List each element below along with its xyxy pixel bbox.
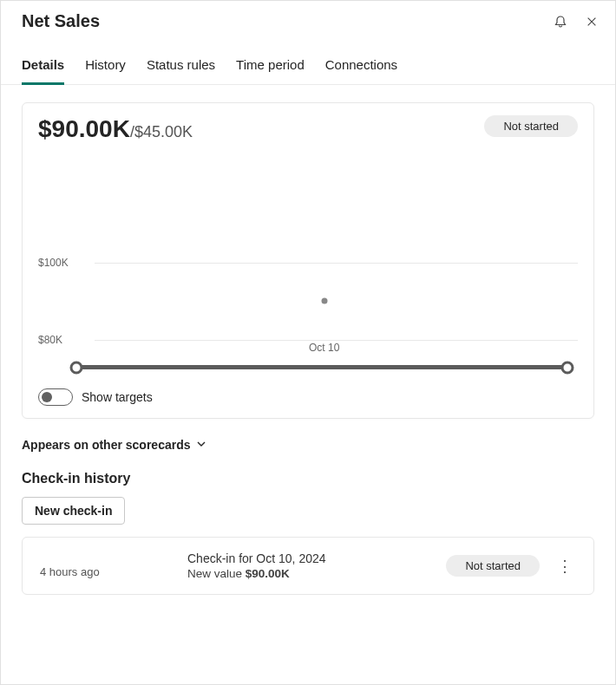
checkin-relative-time: 4 hours ago — [40, 553, 187, 578]
tab-time-period[interactable]: Time period — [236, 49, 305, 85]
panel-header: Net Sales — [1, 1, 615, 31]
tab-connections[interactable]: Connections — [325, 49, 397, 85]
checkin-status-badge: Not started — [446, 555, 540, 577]
other-scorecards-label: Appears on other scorecards — [22, 438, 191, 452]
y-tick-label: $80K — [38, 334, 86, 346]
slider-bar — [76, 365, 567, 369]
slider-handle-left[interactable] — [70, 361, 83, 374]
checkin-card: 4 hours ago Check-in for Oct 10, 2024 Ne… — [22, 537, 594, 595]
toggle-knob — [42, 392, 52, 402]
tab-bar: Details History Status rules Time period… — [1, 49, 615, 85]
data-point — [321, 298, 327, 304]
value-row: $90.00K / $45.00K Not started — [38, 115, 578, 143]
show-targets-label: Show targets — [82, 390, 153, 404]
notification-icon[interactable] — [553, 14, 568, 29]
checkin-main: Check-in for Oct 10, 2024 New value $90.… — [187, 551, 446, 580]
primary-value: $90.00K — [38, 115, 130, 143]
tab-details[interactable]: Details — [22, 49, 64, 85]
x-tick-label: Oct 10 — [309, 342, 339, 354]
more-icon[interactable]: ⋮ — [554, 557, 576, 576]
page-title: Net Sales — [22, 11, 100, 31]
other-scorecards-toggle[interactable]: Appears on other scorecards — [22, 438, 594, 452]
checkin-new-value: $90.00K — [246, 567, 290, 580]
slider-handle-right[interactable] — [561, 361, 574, 374]
checkin-new-value-label: New value — [187, 567, 242, 580]
checkin-title: Check-in for Oct 10, 2024 — [187, 551, 446, 565]
gridline — [95, 340, 578, 341]
panel-body: $90.00K / $45.00K Not started $100K $80K… — [1, 85, 615, 612]
gridline — [95, 263, 578, 264]
chevron-down-icon — [196, 438, 206, 452]
y-tick-label: $100K — [38, 257, 86, 269]
close-icon[interactable] — [584, 14, 600, 29]
header-actions — [553, 14, 600, 29]
tab-status-rules[interactable]: Status rules — [147, 49, 215, 85]
target-value: $45.00K — [134, 123, 193, 141]
checkin-right: Not started ⋮ — [446, 555, 576, 577]
details-card: $90.00K / $45.00K Not started $100K $80K… — [22, 102, 594, 419]
show-targets-row: Show targets — [38, 388, 578, 406]
new-checkin-button[interactable]: New check-in — [22, 497, 125, 525]
time-slider[interactable] — [76, 365, 567, 369]
show-targets-toggle[interactable] — [38, 388, 73, 406]
net-sales-panel: Net Sales Details History Status rules T… — [0, 0, 616, 685]
status-badge: Not started — [484, 115, 578, 137]
chart: $100K $80K Oct 10 — [38, 152, 578, 373]
checkin-new-value-line: New value $90.00K — [187, 567, 446, 580]
checkin-history-heading: Check-in history — [22, 471, 594, 486]
tab-history[interactable]: History — [85, 49, 126, 85]
metric-value: $90.00K / $45.00K — [38, 115, 193, 143]
